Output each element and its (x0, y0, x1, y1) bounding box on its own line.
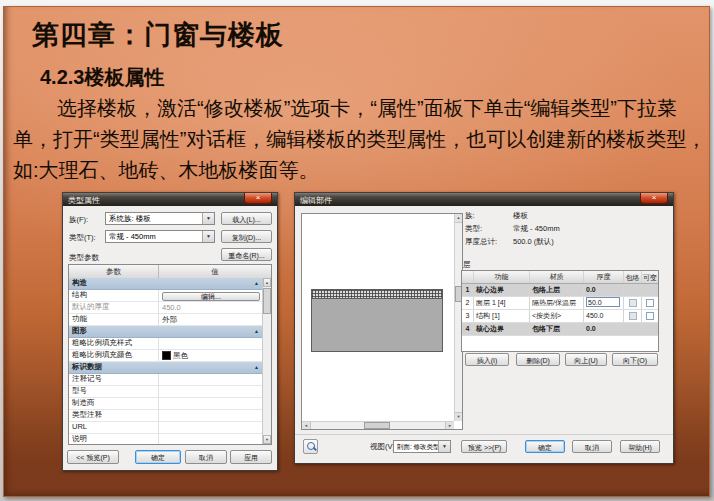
edit-assembly-body: ▲ ▼ ◄ ► 族: 楼板 类型: 常规 - 450mm 厚度总计: 500.0… (295, 206, 673, 463)
layer-wraps-cell (624, 284, 642, 296)
section-label: 标识数据 (72, 362, 102, 373)
parameter-value[interactable] (159, 434, 262, 445)
parameter-value[interactable] (159, 374, 262, 385)
load-button[interactable]: 载入(L)... (221, 212, 272, 225)
thickness-input[interactable]: 50.0 (586, 297, 620, 307)
scroll-down-icon[interactable]: ▼ (455, 412, 462, 421)
parameter-row: 粗略比例填充样式 (69, 338, 262, 350)
move-up-button[interactable]: 向上(U) (565, 353, 607, 366)
family-select[interactable]: 系统族: 楼板 ▼ (105, 212, 215, 225)
parameter-section-row[interactable]: 构造▲ (69, 278, 262, 290)
material-column-header: 材质 (530, 271, 584, 283)
edit-assembly-titlebar[interactable]: 编辑部件 × (295, 193, 673, 206)
parameter-value[interactable] (159, 398, 262, 409)
duplicate-button[interactable]: 复制(D)... (221, 230, 272, 243)
layer-function: 结构 [1] (474, 310, 530, 322)
color-swatch (162, 351, 171, 360)
layers-table: 功能 材质 厚度 包络 可变 1核心边界包络上层0.02面层 1 [4]隔热层/… (461, 270, 659, 352)
parameter-section-row[interactable]: 图形▲ (69, 326, 262, 338)
type-select-value: 常规 - 450mm (109, 232, 156, 241)
help-button[interactable]: 帮助(H) (620, 440, 660, 453)
scrollbar-vertical[interactable]: ▲ ▼ (262, 278, 271, 444)
table-header: 参数 值 (69, 265, 271, 279)
parameter-row: 注释记号 (69, 374, 262, 386)
parameter-column-header: 参数 (69, 265, 159, 278)
variable-checkbox[interactable] (646, 312, 654, 320)
layer-function: 核心边界 (474, 323, 530, 335)
chevron-down-icon[interactable]: ▼ (438, 441, 450, 452)
insert-button[interactable]: 插入(I) (465, 353, 509, 366)
section-preview-panel[interactable]: ▲ ▼ ◄ ► (301, 213, 463, 430)
parameter-name: URL (69, 422, 159, 433)
parameter-value[interactable]: 外部 (159, 314, 262, 325)
cancel-button[interactable]: 取消 (572, 440, 612, 453)
parameter-name: 注释记号 (69, 374, 159, 385)
type-value: 常规 - 450mm (513, 224, 560, 234)
slide: 第四章：门窗与楼板 4.2.3楼板属性 选择楼板，激活“修改楼板”选项卡，“属性… (3, 6, 710, 497)
layer-row[interactable]: 1核心边界包络上层0.0 (462, 284, 658, 297)
parameter-value[interactable] (159, 338, 262, 349)
layer-variable-cell (642, 284, 658, 296)
collapse-icon: ▲ (254, 326, 259, 337)
close-icon[interactable]: × (640, 193, 668, 204)
type-properties-dialog: 类型属性 × 族(F): 系统族: 楼板 ▼ 载入(L)... 类型(T): 常… (62, 192, 278, 471)
layer-row[interactable]: 2面层 1 [4]隔热层/保温层50.0 (462, 297, 658, 310)
type-label: 类型(T): (69, 233, 96, 243)
structure-layer-graphic (312, 299, 442, 351)
parameter-row: 制造商 (69, 398, 262, 410)
layer-variable-cell (642, 323, 658, 335)
close-icon[interactable]: × (244, 193, 272, 204)
edit-structure-button[interactable]: 编辑... (162, 292, 260, 301)
section-label: 构造 (72, 278, 87, 289)
scroll-down-icon[interactable]: ▼ (263, 435, 271, 444)
parameter-value[interactable]: 黑色 (159, 350, 262, 361)
delete-button[interactable]: 删除(D) (516, 353, 560, 366)
scroll-left-icon[interactable]: ◄ (302, 422, 311, 429)
family-label: 族(F): (69, 215, 88, 225)
wraps-checkbox[interactable] (629, 312, 637, 320)
variable-checkbox[interactable] (646, 299, 654, 307)
type-properties-titlebar[interactable]: 类型属性 × (63, 193, 277, 206)
floor-section-drawing (311, 289, 443, 352)
parameter-value[interactable]: 450.0 (159, 302, 262, 313)
layer-function: 面层 1 [4] (474, 297, 530, 309)
layer-row[interactable]: 4核心边界包络下层0.0 (462, 323, 658, 336)
parameter-row: 结构编辑... (69, 290, 262, 302)
scroll-up-icon[interactable]: ▲ (263, 278, 271, 287)
layers-table-empty-area (462, 336, 658, 351)
edit-assembly-dialog: 编辑部件 × ▲ ▼ ◄ (294, 192, 674, 464)
parameter-section-row[interactable]: 标识数据▲ (69, 362, 262, 374)
preview-scrollbar-horizontal[interactable]: ◄ ► (302, 421, 454, 429)
scrollbar-thumb[interactable] (263, 288, 271, 314)
chevron-down-icon[interactable]: ▼ (202, 231, 214, 242)
parameter-value[interactable] (159, 386, 262, 397)
scrollbar-thumb[interactable] (364, 422, 390, 429)
slide-subtitle: 4.2.3楼板属性 (40, 64, 164, 91)
layer-wraps-cell (624, 323, 642, 335)
ok-button[interactable]: 确定 (135, 450, 181, 464)
ok-button[interactable]: 确定 (525, 440, 565, 453)
rename-button[interactable]: 重命名(R)... (221, 248, 272, 261)
parameter-name: 粗略比例填充颜色 (69, 350, 159, 361)
parameter-value[interactable] (159, 410, 262, 421)
preview-toggle-button[interactable]: 预览 >>(P) (461, 440, 507, 453)
apply-button[interactable]: 应用 (230, 450, 272, 464)
preview-toggle-button[interactable]: << 预览(P) (67, 450, 119, 464)
section-label: 图形 (72, 326, 87, 337)
chevron-down-icon[interactable]: ▼ (202, 213, 214, 224)
preview-zoom-button[interactable] (303, 439, 318, 454)
scroll-right-icon[interactable]: ► (445, 422, 454, 429)
layer-row[interactable]: 3结构 [1]<按类别>450.0 (462, 310, 658, 323)
parameter-value[interactable] (159, 422, 262, 433)
scroll-up-icon[interactable]: ▲ (455, 214, 462, 223)
type-select[interactable]: 常规 - 450mm ▼ (105, 230, 215, 243)
layer-variable-cell (642, 297, 658, 309)
wraps-checkbox[interactable] (629, 299, 637, 307)
parameter-value[interactable]: 编辑... (159, 290, 262, 301)
move-down-button[interactable]: 向下(O) (612, 353, 658, 366)
wraps-column-header: 包络 (624, 271, 642, 283)
parameter-name: 制造商 (69, 398, 159, 409)
cancel-button[interactable]: 取消 (185, 450, 227, 464)
number-column-header (462, 271, 474, 283)
view-select[interactable]: 剖面: 修改类型属性 ▼ (393, 440, 451, 453)
